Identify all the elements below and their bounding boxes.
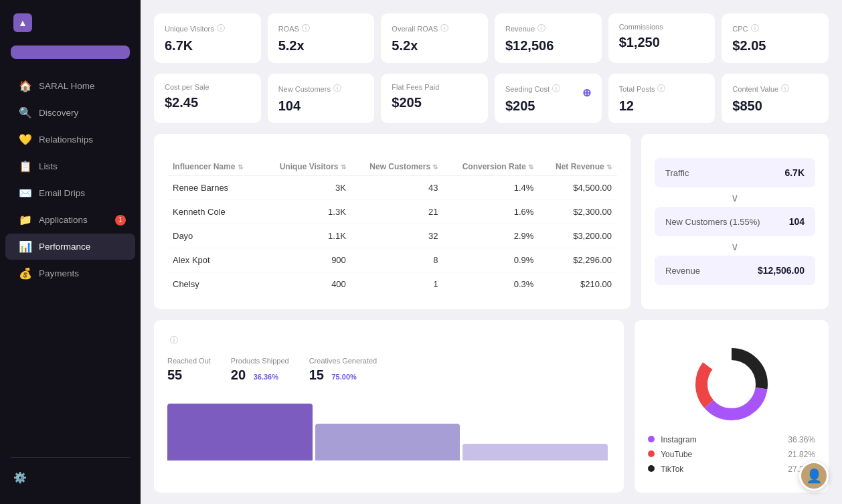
- conv-value: 6.7K: [784, 167, 805, 178]
- table-cell: 1.4%: [443, 176, 539, 200]
- stat-value: 5.2x: [392, 38, 477, 54]
- info-icon: ⓘ: [333, 83, 341, 94]
- legend-name: TikTok: [648, 465, 683, 474]
- legend-item: TikTok 27.27%: [648, 465, 815, 474]
- nav-icon: 🏠: [19, 80, 32, 92]
- table-cell: 400: [262, 272, 351, 297]
- sidebar-item-lists[interactable]: 📋 Lists: [5, 153, 135, 179]
- stat-value: $2.45: [165, 95, 250, 110]
- legend-name: Instagram: [648, 435, 697, 444]
- table-row: Alex Kpot90080.9%$2,296.00: [167, 248, 617, 272]
- stat-label: ROAS ⓘ: [278, 23, 364, 34]
- sidebar-item-relationships[interactable]: 💛 Relationships: [5, 127, 135, 153]
- stat-value: 5.2x: [278, 38, 364, 54]
- table-row: Dayo1.1K322.9%$3,200.00: [167, 224, 617, 248]
- stat-label: Revenue ⓘ: [505, 23, 591, 34]
- sidebar-item-payments[interactable]: 💰 Payments: [5, 260, 135, 286]
- stat-label: CPC ⓘ: [732, 23, 818, 34]
- stat-label: Seeding Cost ⓘ: [505, 83, 591, 94]
- table-cell: $2,300.00: [539, 200, 617, 224]
- stat-card: Flat Fees Paid $205: [381, 74, 488, 123]
- table-column-header[interactable]: Influencer Name ⇅: [167, 158, 262, 176]
- table-cell: 1.1K: [262, 224, 351, 248]
- import-influencers-button[interactable]: [11, 46, 130, 59]
- table-cell: $210.00: [539, 272, 617, 297]
- stats-row-2: Cost per Sale $2.45 New Customers ⓘ 104 …: [154, 74, 829, 123]
- conv-value: 104: [789, 216, 805, 227]
- funnel-stat-item: Reached Out 55: [167, 357, 211, 383]
- funnel-stat-label: Products Shipped: [231, 357, 289, 365]
- conv-arrow: ∨: [655, 240, 815, 253]
- stat-card: Seeding Cost ⓘ $205 ⊕: [495, 74, 602, 123]
- stat-card: Cost per Sale $2.45: [154, 74, 261, 123]
- funnel-stats: Reached Out 55 Products Shipped 20 36.36…: [167, 357, 610, 383]
- influencer-name: Dayo: [167, 224, 262, 248]
- conversion-item: Revenue $12,506.00: [655, 256, 815, 285]
- add-seeding-cost-icon[interactable]: ⊕: [582, 86, 591, 99]
- table-cell: 8: [351, 248, 444, 272]
- conv-label: New Customers (1.55%): [665, 217, 760, 227]
- stat-value: $205: [392, 95, 477, 110]
- info-icon: ⓘ: [440, 23, 448, 34]
- sort-icon: ⇅: [528, 163, 533, 171]
- influencer-name: Renee Barnes: [167, 176, 262, 200]
- funnel-stat-value: 55: [167, 367, 211, 383]
- main-content: Unique Visitors ⓘ 6.7K ROAS ⓘ 5.2x Overa…: [141, 0, 842, 504]
- conversion-item: Traffic 6.7K ∨: [655, 158, 815, 204]
- stat-value: $1,250: [619, 35, 705, 50]
- stat-card: Commissions $1,250: [608, 13, 715, 63]
- badge: 1: [115, 215, 126, 226]
- bottom-row: ⓘ Reached Out 55 Products Shipped 20 36.…: [154, 320, 829, 493]
- funnel-stat-item: Products Shipped 20 36.36%: [231, 357, 289, 383]
- sidebar-item-saral-home[interactable]: 🏠 SARAL Home: [5, 73, 135, 99]
- stat-value: 6.7K: [165, 38, 250, 54]
- sidebar-item-applications[interactable]: 📁 Applications 1: [5, 207, 135, 233]
- stat-value: $205 ⊕: [505, 98, 591, 114]
- stat-label: New Customers ⓘ: [278, 83, 364, 94]
- table-column-header[interactable]: Unique Visitors ⇅: [262, 158, 351, 176]
- sort-icon: ⇅: [341, 163, 346, 171]
- table-column-header[interactable]: New Customers ⇅: [351, 158, 444, 176]
- platform-name: YouTube: [661, 450, 692, 459]
- info-icon: ⓘ: [781, 83, 789, 94]
- bar: [462, 444, 608, 460]
- sidebar-item-email-drips[interactable]: ✉️ Email Drips: [5, 180, 135, 206]
- nav-label: Lists: [39, 161, 58, 171]
- sort-icon: ⇅: [606, 163, 612, 171]
- legend-dot: [648, 465, 655, 472]
- settings-nav-item[interactable]: ⚙️: [0, 465, 141, 491]
- table-cell: 32: [351, 224, 444, 248]
- stat-card: New Customers ⓘ 104: [268, 74, 375, 123]
- user-avatar[interactable]: 👤: [799, 461, 829, 491]
- svg-point-3: [708, 361, 755, 408]
- table-cell: 1.6%: [443, 200, 539, 224]
- platform-name: Instagram: [661, 435, 696, 444]
- sidebar-item-discovery[interactable]: 🔍 Discovery: [5, 100, 135, 126]
- platform-legend: Instagram 36.36% YouTube 21.82% TikTok 2…: [648, 435, 815, 474]
- nav-icon: 💛: [19, 133, 32, 146]
- table-column-header[interactable]: Conversion Rate ⇅: [443, 158, 539, 176]
- nav-label: Email Drips: [39, 188, 85, 198]
- funnel-stat-value: 20 36.36%: [231, 367, 289, 383]
- info-icon: ⓘ: [552, 83, 560, 94]
- nav-icon: ✉️: [19, 187, 32, 199]
- stats-row-1: Unique Visitors ⓘ 6.7K ROAS ⓘ 5.2x Overa…: [154, 13, 829, 63]
- funnel-stat-label: Creatives Generated: [309, 357, 377, 365]
- legend-dot: [648, 450, 655, 457]
- sidebar-item-performance[interactable]: 📊 Performance: [5, 234, 135, 260]
- influencer-name: Chelsy: [167, 272, 262, 297]
- table-row: Chelsy40010.3%$210.00: [167, 272, 617, 297]
- seeding-funnel-panel: ⓘ Reached Out 55 Products Shipped 20 36.…: [154, 320, 624, 493]
- bar: [315, 424, 460, 460]
- nav-label: Payments: [39, 268, 79, 278]
- stat-card: Unique Visitors ⓘ 6.7K: [154, 13, 261, 63]
- table-column-header[interactable]: Net Revenue ⇅: [539, 158, 617, 176]
- table-cell: 3K: [262, 176, 351, 200]
- donut-chart: [691, 344, 772, 424]
- stat-label: Overall ROAS ⓘ: [392, 23, 477, 34]
- conversion-behavior-panel: Traffic 6.7K ∨ New Customers (1.55%) 104…: [641, 134, 829, 309]
- top-performers-table: Influencer Name ⇅Unique Visitors ⇅New Cu…: [167, 158, 617, 296]
- legend-percentage: 21.82%: [788, 450, 815, 459]
- stat-card: Overall ROAS ⓘ 5.2x: [381, 13, 488, 63]
- stat-card: Revenue ⓘ $12,506: [495, 13, 602, 63]
